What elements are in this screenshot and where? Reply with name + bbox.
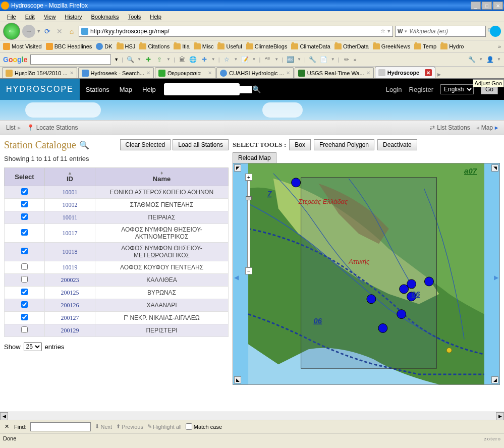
row-checkbox[interactable] (21, 263, 28, 270)
map-corner-bl[interactable]: ◣ (234, 376, 241, 383)
gtool-settings-icon[interactable]: 🔧 (468, 55, 476, 64)
gtool-autofill-icon[interactable]: 📝 (241, 55, 249, 64)
map-corner-tr[interactable]: ◥ (491, 164, 498, 172)
bookmark-climateblogs[interactable]: ClimateBlogs (246, 43, 288, 49)
gtool-wrench1-icon[interactable]: 🔧 (309, 55, 317, 64)
zotero-button[interactable]: zotero (484, 435, 501, 441)
reload-map-button[interactable]: Reload Map (233, 152, 276, 163)
scroll-right-button[interactable]: ▶ (496, 412, 504, 420)
row-checkbox[interactable] (21, 248, 28, 254)
new-tab-button[interactable]: ▸ (437, 70, 441, 78)
gtool-sidewiki-icon[interactable]: 🏛 (178, 55, 186, 64)
match-case-checkbox[interactable]: Match case (186, 423, 222, 430)
reload-button[interactable]: ⟳ (42, 26, 52, 36)
bookmark-itia[interactable]: Itia (174, 43, 190, 49)
tab-item-active[interactable]: Hydroscope✕ (375, 67, 435, 78)
bookmark-climatedata[interactable]: ClimateData (291, 43, 330, 49)
close-button[interactable]: ✕ (493, 2, 503, 10)
load-all-stations-button[interactable]: Load all Stations (173, 139, 229, 150)
register-link[interactable]: Register (409, 86, 433, 93)
list-stations-button[interactable]: ⇄ List Stations (430, 124, 470, 131)
nav-help[interactable]: Help (142, 86, 156, 93)
locate-stations-button[interactable]: 📍 Locate Stations (27, 124, 78, 131)
tab-item[interactable]: CUAHSI Hydrologic ...✕ (216, 67, 294, 78)
menu-bookmarks[interactable]: Bookmarks (87, 13, 123, 21)
zoom-slider[interactable]: + − (245, 174, 252, 274)
table-row[interactable]: 10019ΛΟΦΟΣ ΚΟΥΦΟΥ ΠΕΝΤΕΛΗΣ (5, 261, 229, 274)
row-checkbox[interactable] (21, 201, 28, 207)
table-row[interactable]: 200127Γ' ΝΕΚΡ. ΝΙΚΑΙΑΣ-ΑΙΓΑΛΕΩ (5, 312, 229, 324)
bookmark-most-visited[interactable]: Most Visited (3, 43, 42, 50)
login-link[interactable]: Login (386, 86, 402, 93)
map-corner-tl[interactable]: ◤ (234, 164, 241, 172)
bookmark-temp[interactable]: Temp (414, 43, 436, 49)
bookmark-hydro[interactable]: Hydro (440, 43, 464, 49)
magnify-icon[interactable]: 🔍 (79, 140, 89, 150)
language-select[interactable]: English (440, 84, 474, 94)
menu-view[interactable]: View (40, 13, 60, 21)
table-row[interactable]: 200023ΚΑΛΛΙΘΕΑ (5, 274, 229, 287)
table-row[interactable]: 10018ΛΟΦΟΣ ΝΥΜΦΩΝ ΘΗΣΕΙΟΥ-ΜΕΤΕΩΡΟΛΟΓΙΚΟΣ (5, 243, 229, 261)
gtool-spellcheck-icon[interactable]: ᴬᴮ (263, 55, 271, 64)
menu-file[interactable]: File (3, 13, 20, 21)
map[interactable]: Στερεάς Ελλάδας Αττικής a07 06 06 7 + − … (233, 163, 500, 385)
search-engine-icon[interactable]: W (398, 28, 403, 34)
bookmark-star-icon[interactable]: ☆ (380, 28, 385, 34)
google-search-input[interactable] (30, 54, 111, 65)
nav-map[interactable]: Map (120, 86, 132, 93)
gtool-highlight-icon[interactable]: ✏ (343, 55, 351, 64)
hydro-search-input[interactable] (167, 86, 252, 93)
row-checkbox[interactable] (21, 276, 28, 283)
tab-close-icon[interactable]: ✕ (425, 69, 432, 76)
horizontal-scrollbar[interactable]: ◀ ▶ (0, 412, 504, 420)
bookmark-otherdata[interactable]: OtherData (334, 43, 369, 49)
tab-close-icon[interactable]: ✕ (70, 70, 74, 76)
table-row[interactable]: 200125ΒΥΡΩΝΑΣ (5, 287, 229, 299)
menu-tools[interactable]: Tools (124, 13, 145, 21)
bookmark-bbc[interactable]: BBC Headlines (46, 43, 92, 50)
tab-close-icon[interactable]: ✕ (208, 70, 212, 76)
list-toggle[interactable]: List ▸ (6, 124, 21, 131)
address-bar[interactable]: ☆ ▾ (79, 26, 393, 37)
menu-edit[interactable]: Edit (21, 13, 39, 21)
address-input[interactable] (90, 28, 378, 35)
zoom-out-button[interactable]: − (245, 267, 252, 274)
map-toggle[interactable]: ◂ Map ▸ (476, 124, 498, 131)
hydro-search[interactable]: 🔍 (164, 83, 240, 95)
gtool-signin-icon[interactable]: 👤 (486, 55, 494, 64)
pan-right-button[interactable]: ▶ (494, 274, 498, 281)
find-input[interactable] (30, 422, 91, 431)
maximize-button[interactable]: □ (482, 2, 492, 10)
freehand-tool-button[interactable]: Freehand Polygon (314, 139, 374, 150)
table-row[interactable]: 10002ΣΤΑΘΜΟΣ ΠΕΝΤΕΛΗΣ (5, 199, 229, 211)
deactivate-tool-button[interactable]: Deactivate (377, 139, 417, 150)
row-checkbox[interactable] (21, 229, 28, 236)
row-checkbox[interactable] (21, 289, 28, 295)
bookmark-dk[interactable]: DK (96, 43, 112, 50)
gtool-plus-icon[interactable]: ✚ (144, 55, 152, 64)
nav-stations[interactable]: Stations (86, 86, 109, 93)
minimize-button[interactable]: _ (471, 2, 481, 10)
bookmark-citations[interactable]: Citations (139, 43, 170, 49)
find-prev-button[interactable]: ⬆ Previous (116, 423, 143, 430)
col-name[interactable]: ♦Name (95, 168, 229, 186)
tab-close-icon[interactable]: ✕ (366, 70, 370, 76)
table-row[interactable]: 10001ΕΘΝΙΚΟ ΑΣΤΕΡΟΣΚΟΠΕΙΟ ΑΘΗΝΩΝ (5, 186, 229, 199)
search-input[interactable] (409, 28, 485, 35)
zoom-handle[interactable] (246, 196, 252, 200)
box-tool-button[interactable]: Box (289, 139, 311, 150)
col-select[interactable]: Select (5, 168, 45, 186)
gtool-more-icon[interactable]: ✚ (200, 55, 208, 64)
gtool-overflow[interactable]: » (354, 57, 357, 63)
table-row[interactable]: 10011ΠΕΙΡΑΙΑΣ (5, 211, 229, 224)
row-checkbox[interactable] (21, 326, 28, 333)
tab-item[interactable]: Ημερίδα 15/4/2010 ...✕ (2, 67, 77, 78)
col-id[interactable]: ▴ID (45, 168, 95, 186)
pan-left-button[interactable]: ◀ (234, 274, 239, 281)
entries-select[interactable]: 25 (24, 342, 42, 351)
search-box[interactable]: W ▾ 🔍 (395, 26, 486, 37)
scroll-left-button[interactable]: ◀ (0, 412, 8, 420)
home-button[interactable]: ⌂ (67, 26, 77, 36)
highlight-all-button[interactable]: ✎ Highlight all (147, 423, 182, 430)
find-next-button[interactable]: ⬇ Next (95, 423, 112, 430)
